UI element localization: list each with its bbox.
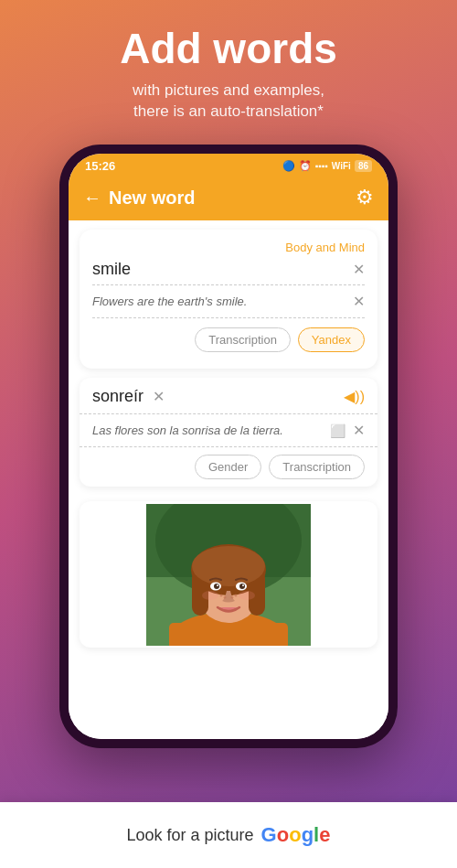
clear-example-icon[interactable]: ✕ xyxy=(353,293,365,310)
transcription-button[interactable]: Transcription xyxy=(195,327,291,352)
svg-point-19 xyxy=(231,595,234,598)
bluetooth-icon: 🔵 xyxy=(282,160,295,172)
svg-point-20 xyxy=(235,594,238,596)
phone-screen: 15:26 🔵 ⏰ ▪▪▪▪ WiFi 86 ← New word ⚙ Body… xyxy=(69,154,388,739)
word-row: smile ✕ xyxy=(92,260,365,285)
svg-point-22 xyxy=(239,591,255,600)
hero-title: Add words xyxy=(120,26,337,72)
svg-point-13 xyxy=(214,584,219,589)
word-card: Body and Mind smile ✕ Flowers are the ea… xyxy=(80,230,377,369)
translation-example-row: Las flores son la sonrisa de la tierra. … xyxy=(80,414,377,447)
sound-icon[interactable]: ◀)) xyxy=(344,388,365,405)
clear-translation-icon[interactable]: ✕ xyxy=(153,388,165,405)
translation-word[interactable]: sonreír xyxy=(92,387,143,406)
hero-subtitle: with pictures and examples, there is an … xyxy=(120,80,337,123)
svg-point-15 xyxy=(217,584,218,586)
screen-title: New word xyxy=(109,188,195,209)
trans-transcription-button[interactable]: Transcription xyxy=(269,455,365,479)
svg-rect-5 xyxy=(169,623,288,646)
phone-frame: 15:26 🔵 ⏰ ▪▪▪▪ WiFi 86 ← New word ⚙ Body… xyxy=(59,145,398,748)
word-buttons: Transcription Yandex xyxy=(92,327,365,352)
translation-section: sonreír ✕ ◀)) Las flores son la sonrisa … xyxy=(80,378,377,487)
trans-example-actions: ⬜ ✕ xyxy=(330,422,365,439)
clear-word-icon[interactable]: ✕ xyxy=(353,261,365,278)
translation-example[interactable]: Las flores son la sonrisa de la tierra. xyxy=(92,423,283,437)
google-logo: Google xyxy=(261,823,331,847)
wifi-icon: WiFi xyxy=(332,161,351,171)
back-button[interactable]: ← xyxy=(83,188,101,209)
gender-button[interactable]: Gender xyxy=(195,455,261,479)
status-icons: 🔵 ⏰ ▪▪▪▪ WiFi 86 xyxy=(282,160,372,172)
status-bar: 15:26 🔵 ⏰ ▪▪▪▪ WiFi 86 xyxy=(69,154,388,177)
category-label[interactable]: Body and Mind xyxy=(92,241,365,254)
app-header: ← New word ⚙ xyxy=(69,177,388,220)
hero-header: Add words with pictures and examples, th… xyxy=(120,0,337,132)
svg-point-10 xyxy=(192,546,265,586)
person-image xyxy=(146,504,311,646)
signal-icon: ▪▪▪▪ xyxy=(315,161,328,171)
yandex-button[interactable]: Yandex xyxy=(298,327,365,352)
example-field[interactable]: Flowers are the earth's smile. xyxy=(92,295,247,308)
image-container[interactable] xyxy=(80,501,377,648)
trans-left: sonreír ✕ xyxy=(92,387,165,406)
word-field[interactable]: smile xyxy=(92,260,131,279)
translation-buttons: Gender Transcription xyxy=(80,447,377,487)
svg-point-21 xyxy=(202,591,218,600)
translation-word-row: sonreír ✕ ◀)) xyxy=(80,378,377,414)
header-left: ← New word xyxy=(83,188,195,209)
example-row: Flowers are the earth's smile. ✕ xyxy=(92,293,365,318)
status-time: 15:26 xyxy=(85,159,115,173)
battery-icon: 86 xyxy=(355,160,372,172)
google-search-bar[interactable]: Look for a picture Google xyxy=(0,802,457,868)
settings-icon[interactable]: ⚙ xyxy=(356,186,374,209)
alarm-icon: ⏰ xyxy=(299,160,312,172)
svg-point-16 xyxy=(242,584,244,586)
svg-point-17 xyxy=(220,594,223,596)
copy-icon[interactable]: ⬜ xyxy=(330,423,345,438)
content-area: Body and Mind smile ✕ Flowers are the ea… xyxy=(69,220,388,739)
clear-trans-example-icon[interactable]: ✕ xyxy=(353,422,365,439)
svg-point-14 xyxy=(239,584,245,589)
google-bar-text: Look for a picture xyxy=(127,826,254,845)
svg-point-18 xyxy=(224,595,227,598)
